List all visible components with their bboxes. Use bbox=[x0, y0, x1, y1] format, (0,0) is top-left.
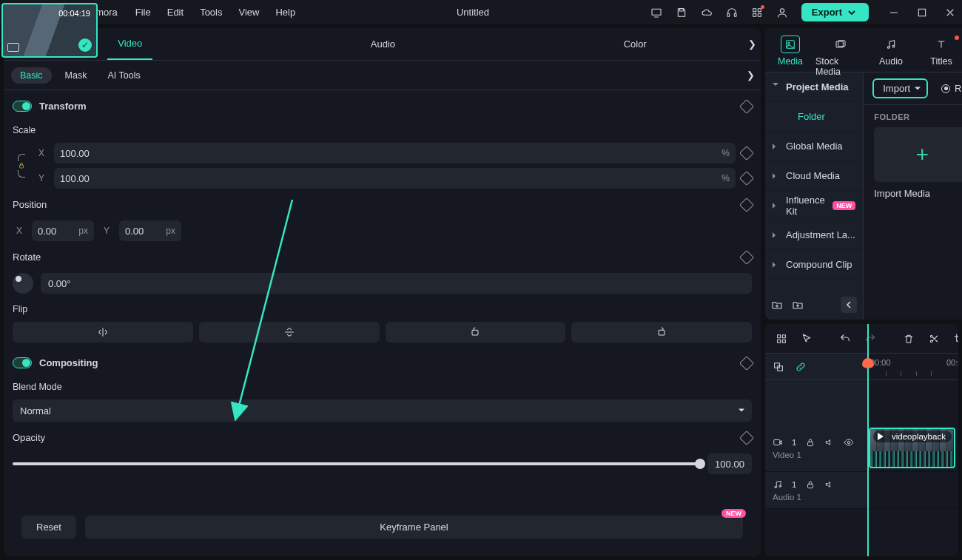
save-icon[interactable] bbox=[676, 7, 687, 18]
tab-media[interactable]: Media bbox=[765, 33, 815, 71]
screen-icon[interactable] bbox=[650, 7, 662, 18]
visibility-icon[interactable] bbox=[844, 437, 854, 448]
svg-rect-48 bbox=[774, 439, 780, 445]
rotate-cw-button[interactable] bbox=[571, 322, 752, 343]
cloud-icon[interactable] bbox=[701, 7, 713, 18]
keyframe-icon[interactable] bbox=[739, 198, 754, 212]
layers-icon[interactable] bbox=[773, 361, 784, 373]
sidebar-item-project-media[interactable]: Project Media bbox=[765, 72, 863, 102]
rotate-input[interactable]: 0.00° bbox=[41, 273, 752, 294]
sidebar-item-compound-clip[interactable]: Compound Clip bbox=[765, 250, 863, 280]
reset-button[interactable]: Reset bbox=[21, 516, 76, 539]
compositing-toggle[interactable] bbox=[13, 357, 32, 368]
menu-edit[interactable]: Edit bbox=[167, 7, 184, 18]
subtab-more-button[interactable]: ❯ bbox=[747, 70, 755, 81]
scale-y-input[interactable]: 100.00% bbox=[54, 168, 736, 189]
export-button[interactable]: Export bbox=[801, 3, 869, 21]
timeline-ruler[interactable]: 00:0000:00:05:0000:00:10:0000:00:15:0000… bbox=[867, 354, 958, 379]
record-icon bbox=[941, 84, 950, 93]
sync-folder-icon[interactable] bbox=[792, 299, 804, 311]
keyframe-icon[interactable] bbox=[739, 431, 754, 445]
opacity-input[interactable]: 100.00 bbox=[707, 453, 752, 474]
menu-view[interactable]: View bbox=[238, 7, 259, 18]
mute-icon[interactable] bbox=[824, 437, 835, 448]
crop-button[interactable] bbox=[953, 332, 958, 345]
flip-horizontal-button[interactable] bbox=[13, 322, 193, 343]
link-icon[interactable] bbox=[795, 361, 807, 373]
import-media-card[interactable]: + Import Media bbox=[874, 127, 962, 199]
undo-button[interactable] bbox=[839, 332, 851, 345]
lock-icon[interactable] bbox=[805, 437, 815, 448]
menu-file[interactable]: File bbox=[135, 7, 151, 18]
keyframe-panel-button[interactable]: Keyframe Panel NEW bbox=[85, 516, 743, 539]
pos-y-input[interactable]: 0.00px bbox=[119, 220, 181, 241]
menu-bar: File Edit Tools View Help bbox=[135, 7, 295, 18]
collapse-sidebar-button[interactable] bbox=[841, 297, 857, 313]
flip-vertical-button[interactable] bbox=[199, 322, 380, 343]
notification-dot-icon bbox=[955, 36, 959, 40]
minimize-icon[interactable] bbox=[888, 7, 900, 18]
subtab-mask[interactable]: Mask bbox=[58, 67, 95, 84]
grid-view-icon[interactable] bbox=[776, 332, 787, 345]
chevron-right-icon bbox=[773, 203, 778, 209]
sidebar-item-influence-kit[interactable]: Influence KitNEW bbox=[765, 191, 863, 220]
menu-tools[interactable]: Tools bbox=[200, 7, 222, 18]
new-folder-icon[interactable] bbox=[771, 299, 783, 311]
opacity-row-head: Opacity bbox=[13, 429, 752, 446]
headphones-icon[interactable] bbox=[726, 7, 738, 18]
keyframe-icon[interactable] bbox=[739, 99, 754, 114]
scale-x-input[interactable]: 100.00% bbox=[54, 143, 736, 163]
split-button[interactable] bbox=[928, 332, 940, 345]
chevron-right-icon bbox=[773, 262, 778, 268]
delete-button[interactable] bbox=[903, 332, 915, 345]
blend-mode-select[interactable]: Normal bbox=[13, 399, 752, 422]
close-icon[interactable] bbox=[944, 7, 956, 18]
redo-button[interactable] bbox=[864, 332, 876, 345]
apps-icon[interactable] bbox=[751, 7, 763, 18]
inspector-tab-audio[interactable]: Audio bbox=[360, 28, 406, 60]
sidebar-item-cloud-media[interactable]: Cloud Media bbox=[765, 161, 863, 191]
tab-audio[interactable]: Audio bbox=[866, 33, 916, 71]
subtab-ai-tools[interactable]: AI Tools bbox=[100, 67, 147, 84]
video-track-label: Video 1 bbox=[773, 451, 860, 459]
svg-rect-29 bbox=[659, 330, 665, 335]
media-toolbar: Import Record ••• bbox=[864, 72, 962, 105]
opacity-slider[interactable] bbox=[13, 462, 700, 465]
rotate-ccw-button[interactable] bbox=[386, 322, 566, 343]
maximize-icon[interactable] bbox=[916, 7, 928, 18]
inspector-tab-video[interactable]: Video bbox=[107, 28, 152, 60]
lock-icon[interactable] bbox=[805, 479, 815, 490]
svg-rect-32 bbox=[778, 340, 781, 343]
compositing-section[interactable]: Compositing bbox=[13, 354, 752, 371]
slider-handle-icon[interactable] bbox=[695, 459, 705, 469]
position-row: Position bbox=[13, 196, 752, 213]
rotate-knob[interactable] bbox=[13, 273, 33, 294]
keyframe-icon[interactable] bbox=[739, 146, 754, 161]
sidebar-item-global-media[interactable]: Global Media bbox=[765, 132, 863, 161]
inspector-more-button[interactable]: ❯ bbox=[748, 38, 756, 50]
tab-titles[interactable]: Titles bbox=[916, 33, 962, 71]
sidebar-item-folder[interactable]: Folder bbox=[765, 102, 863, 132]
sidebar-item-adjustment-layer[interactable]: Adjustment La... bbox=[765, 220, 863, 250]
keyframe-icon[interactable] bbox=[739, 171, 754, 186]
timeline-clip[interactable]: videoplayback bbox=[869, 428, 955, 468]
record-button[interactable]: Record bbox=[935, 80, 962, 97]
svg-rect-49 bbox=[808, 442, 813, 445]
account-icon[interactable] bbox=[776, 7, 788, 18]
pos-x-input[interactable]: 0.00px bbox=[32, 220, 94, 241]
titlebar-right: Export bbox=[650, 3, 956, 21]
import-button[interactable]: Import bbox=[872, 78, 928, 98]
keyframe-icon[interactable] bbox=[739, 356, 754, 371]
inspector-tab-color[interactable]: Color bbox=[613, 28, 657, 60]
subtab-basic[interactable]: Basic bbox=[11, 67, 52, 84]
svg-point-52 bbox=[779, 485, 781, 487]
transform-section[interactable]: Transform bbox=[13, 98, 752, 115]
mute-icon[interactable] bbox=[824, 479, 835, 490]
transform-toggle[interactable] bbox=[13, 101, 32, 112]
keyframe-icon[interactable] bbox=[739, 250, 754, 265]
cursor-icon[interactable] bbox=[801, 332, 813, 345]
menu-help[interactable]: Help bbox=[275, 7, 295, 18]
video-track-lane[interactable]: videoplayback bbox=[867, 425, 958, 471]
audio-track-lane[interactable] bbox=[867, 472, 958, 508]
link-scale-icon[interactable] bbox=[13, 154, 30, 178]
